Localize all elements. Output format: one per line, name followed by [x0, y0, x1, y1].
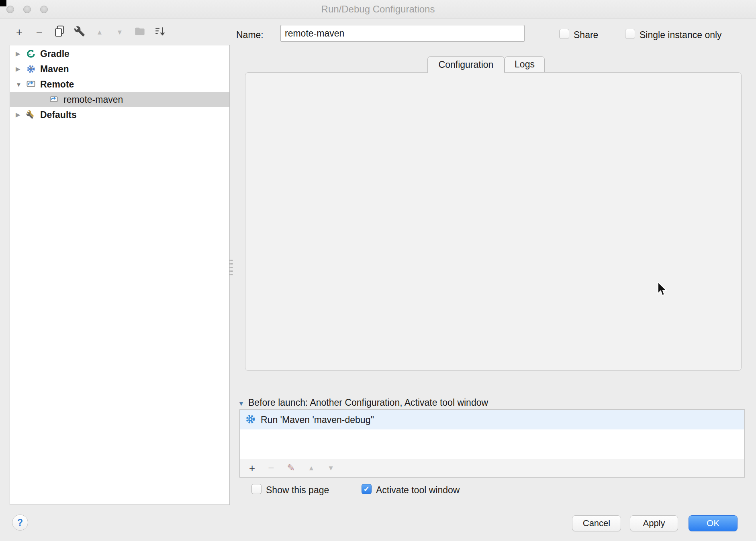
name-label: Name:: [236, 30, 264, 41]
move-down-button[interactable]: ▼: [112, 24, 127, 40]
share-label: Share: [574, 30, 598, 41]
copy-icon: [54, 25, 65, 39]
tree-item-label: Gradle: [40, 49, 69, 59]
tab-configuration[interactable]: Configuration: [427, 56, 505, 73]
add-configuration-button[interactable]: +: [12, 24, 27, 40]
expand-arrow-icon[interactable]: ▶: [16, 111, 26, 118]
apply-button[interactable]: Apply: [630, 515, 678, 531]
tree-item-remote[interactable]: ▼ Remote: [10, 77, 229, 92]
configurations-toolbar: + − ▲ ▼: [12, 24, 167, 40]
before-launch-title: Before launch: Another Configuration, Ac…: [248, 397, 488, 408]
defaults-wrenches-icon: [26, 110, 38, 120]
window-title: Run/Debug Configurations: [0, 4, 756, 15]
remote-icon: [26, 79, 38, 89]
expand-arrow-icon[interactable]: ▶: [16, 65, 26, 73]
before-launch-collapse-icon[interactable]: ▼: [238, 400, 245, 408]
move-down-icon: ▼: [116, 29, 123, 36]
move-task-down-icon[interactable]: ▼: [327, 465, 334, 472]
move-task-up-icon[interactable]: ▲: [308, 465, 315, 472]
cancel-button[interactable]: Cancel: [572, 515, 621, 531]
remove-task-icon[interactable]: −: [268, 463, 274, 473]
remote-configuration-icon: [49, 95, 61, 104]
sort-configurations-button[interactable]: [153, 24, 167, 40]
expand-arrow-icon[interactable]: ▶: [16, 50, 26, 57]
configurations-tree: ▶ Gradle ▶ Maven ▼ Remote remote-maven: [10, 45, 230, 505]
task-list-toolbar: + − ✎ ▲ ▼: [240, 459, 744, 477]
tab-logs[interactable]: Logs: [505, 56, 545, 72]
collapse-arrow-icon[interactable]: ▼: [16, 81, 26, 88]
before-launch-task-row[interactable]: Run 'Maven 'maven-debug'': [240, 410, 744, 429]
tree-item-label: Maven: [40, 64, 69, 75]
single-instance-checkbox[interactable]: [625, 29, 635, 39]
show-this-page-checkbox[interactable]: [251, 484, 262, 494]
tree-item-label: Remote: [40, 79, 74, 90]
tree-item-defaults[interactable]: ▶ Defaults: [10, 107, 229, 122]
move-up-button[interactable]: ▲: [92, 24, 107, 40]
single-instance-label: Single instance only: [640, 30, 722, 41]
gradle-icon: [26, 49, 38, 59]
edit-defaults-button[interactable]: [72, 24, 87, 40]
run-gear-icon: [245, 414, 256, 426]
add-task-icon[interactable]: +: [249, 463, 255, 473]
help-button[interactable]: ?: [12, 515, 28, 531]
mouse-cursor: [656, 282, 667, 298]
tree-item-remote-maven[interactable]: remote-maven: [10, 92, 229, 107]
window-titlebar: Run/Debug Configurations: [0, 0, 756, 19]
add-icon: +: [16, 27, 22, 38]
tree-item-maven[interactable]: ▶ Maven: [10, 61, 229, 77]
configuration-panel: [245, 72, 742, 371]
maven-icon: [26, 64, 38, 74]
tree-item-label: Defaults: [40, 110, 77, 120]
show-this-page-label: Show this page: [266, 485, 329, 496]
ok-button[interactable]: OK: [689, 515, 738, 531]
activate-tool-window-label: Activate tool window: [376, 485, 460, 496]
tree-item-gradle[interactable]: ▶ Gradle: [10, 46, 229, 61]
move-up-icon: ▲: [96, 29, 103, 36]
copy-configuration-button[interactable]: [52, 24, 67, 40]
remove-icon: −: [36, 27, 43, 38]
activate-tool-window-checkbox[interactable]: ✓: [362, 484, 372, 494]
help-icon: ?: [17, 517, 23, 528]
task-label: Run 'Maven 'maven-debug'': [261, 415, 374, 425]
folder-icon: [134, 26, 145, 39]
create-folder-button[interactable]: [133, 24, 147, 40]
tree-item-label: remote-maven: [63, 94, 123, 105]
wrench-icon: [74, 26, 85, 39]
edit-task-icon[interactable]: ✎: [287, 463, 295, 473]
screen-corner-artifact: [0, 0, 6, 6]
name-input[interactable]: [280, 25, 525, 42]
run-debug-configurations-dialog: Run/Debug Configurations + − ▲ ▼: [0, 0, 756, 541]
remove-configuration-button[interactable]: −: [32, 24, 47, 40]
panel-splitter-handle[interactable]: [229, 258, 233, 276]
before-launch-task-list: Run 'Maven 'maven-debug'' + − ✎ ▲ ▼: [239, 409, 745, 478]
check-icon: ✓: [364, 485, 370, 493]
share-checkbox[interactable]: [559, 29, 569, 39]
sort-icon: [154, 26, 166, 39]
